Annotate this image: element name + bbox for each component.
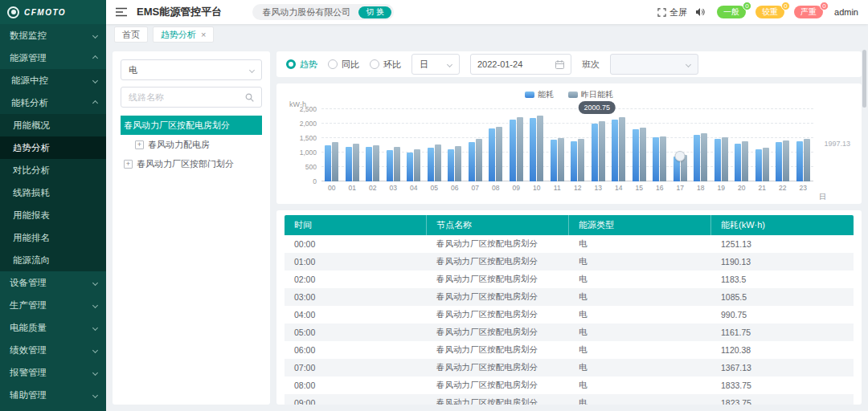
tree-node-0[interactable]: 春风动力厂区按配电房划分 [121,116,262,135]
sidebar-item-13[interactable]: 电能质量 [0,316,106,339]
sidebar-item-2[interactable]: 能源中控 [0,69,106,92]
sidebar-item-12[interactable]: 生产管理 [0,294,106,316]
x-tick: 22 [772,184,793,192]
mark-line-label: 1997.13 [824,140,850,148]
sidebar-item-4[interactable]: 用能概况 [0,114,106,136]
alarm-badge-1[interactable]: 较重0 [755,6,784,18]
bar-group-00[interactable] [321,109,342,181]
bar-group-07[interactable] [465,109,486,181]
chevron-down-icon [92,32,98,38]
line-search-input[interactable]: 线路名称 [121,87,262,108]
bar-group-11[interactable] [547,109,568,181]
close-tab-icon[interactable]: × [201,31,206,39]
badge-label: 较重 [762,6,778,18]
expand-icon[interactable]: + [135,140,144,149]
sidebar-item-0[interactable]: 数据监控 [0,24,106,47]
bar-group-14[interactable] [608,109,629,181]
radio-mom[interactable]: 环比 [370,59,401,71]
bar-group-02[interactable] [362,109,383,181]
chart-bars [321,109,813,181]
sidebar-item-15[interactable]: 报警管理 [0,361,106,384]
table-cell: 春风动力厂区按配电房划分 [427,256,569,267]
date-picker[interactable]: 2022-01-24 [470,54,571,75]
switch-company-button[interactable]: 切 换 [358,6,391,18]
sound-icon[interactable] [695,7,706,17]
bar-group-05[interactable] [424,109,445,181]
sidebar-item-8[interactable]: 用能报表 [0,204,106,226]
bar-group-17[interactable] [670,109,691,181]
bar-group-04[interactable] [403,109,424,181]
table-cell: 春风动力厂区按配电房划分 [427,309,569,320]
sidebar-item-7[interactable]: 线路损耗 [0,181,106,204]
bar-series1-04 [414,149,420,181]
table-row-2: 02:00春风动力厂区按配电房划分电1183.5 [285,271,854,288]
chart-plot[interactable]: 2000.75 1997.13 05001,0001,5002,0002,500 [321,109,813,181]
bar-group-19[interactable] [711,109,732,181]
alarm-badge-2[interactable]: 严重0 [794,6,823,18]
bar-group-21[interactable] [752,109,773,181]
badge-count: 0 [820,2,829,10]
sidebar-item-14[interactable]: 绩效管理 [0,339,106,361]
bar-group-16[interactable] [649,109,670,181]
bar-group-06[interactable] [444,109,465,181]
sidebar-item-6[interactable]: 对比分析 [0,159,106,181]
scrollbar-thumb[interactable] [862,50,866,108]
bar-group-01[interactable] [342,109,363,181]
sidebar-item-5[interactable]: 趋势分析 [0,136,106,159]
bar-group-12[interactable] [567,109,588,181]
chart-legend: 能耗昨日能耗 [286,88,852,101]
username[interactable]: admin [834,7,858,17]
table-cell: 1251.13 [711,239,854,249]
tab-home[interactable]: 首页 [114,26,148,43]
sidebar-item-1[interactable]: 能源管理 [0,47,106,69]
bar-series1-06 [455,146,461,181]
bar-group-08[interactable] [485,109,506,181]
radio-yoy[interactable]: 同比 [328,59,359,71]
company-selector[interactable]: 春风动力股份有限公司 切 换 [252,4,394,20]
chevron-down-icon [92,324,98,330]
sidebar-item-3[interactable]: 能耗分析 [0,92,106,114]
radio-trend[interactable]: 趋势 [286,59,317,71]
bar-group-18[interactable] [690,109,711,181]
sidebar-item-label: 用能概况 [13,120,50,132]
chart-marker[interactable] [675,151,686,161]
bar-group-03[interactable] [383,109,404,181]
legend-item-1[interactable]: 昨日能耗 [568,89,613,100]
bar-series0-07 [469,142,475,181]
bar-series0-02 [366,147,372,181]
energy-type-select[interactable]: 电 [121,59,262,80]
bar-series1-19 [722,137,728,181]
sidebar-nav: 数据监控能源管理能源中控能耗分析用能概况趋势分析对比分析线路损耗用能报表用能排名… [0,24,106,411]
x-tick: 05 [424,184,445,192]
bar-group-15[interactable] [629,109,650,181]
bar-group-09[interactable] [506,109,527,181]
bar-group-23[interactable] [793,109,814,181]
bar-series1-09 [517,117,523,181]
legend-swatch-icon [525,92,534,98]
fullscreen-button[interactable]: 全屏 [657,6,687,18]
bar-group-10[interactable] [526,109,547,181]
shift-select[interactable] [610,54,698,75]
sidebar-item-label: 绩效管理 [10,344,47,356]
topbar: EMS能源管控平台 春风动力股份有限公司 切 换 全屏 一般0较重0严重0 ad… [106,0,868,24]
tree-node-2[interactable]: +春风动力厂区按部门划分 [121,154,262,173]
sidebar-item-11[interactable]: 设备管理 [0,271,106,294]
tree-node-1[interactable]: +春风动力配电房 [121,135,262,154]
bar-group-20[interactable] [731,109,752,181]
table-cell: 电 [569,397,711,405]
tab-trend-analysis[interactable]: 趋势分析 × [153,26,214,43]
menu-collapse-icon[interactable] [116,7,127,17]
sidebar-item-9[interactable]: 用能排名 [0,226,106,249]
sidebar-item-10[interactable]: 能源流向 [0,249,106,271]
chart-plot-wrap: 2000.75 1997.13 05001,0001,5002,0002,500… [321,109,813,192]
table-cell: 1183.5 [711,275,854,284]
legend-item-0[interactable]: 能耗 [525,89,554,100]
alarm-badge-0[interactable]: 一般0 [717,6,746,18]
bar-group-22[interactable] [772,109,793,181]
bar-group-13[interactable] [588,109,609,181]
period-select[interactable]: 日 [411,54,460,75]
chevron-up-icon [92,100,98,105]
sidebar-item-16[interactable]: 辅助管理 [0,384,106,406]
y-tick: 2,000 [300,120,317,128]
expand-icon[interactable]: + [124,160,133,169]
